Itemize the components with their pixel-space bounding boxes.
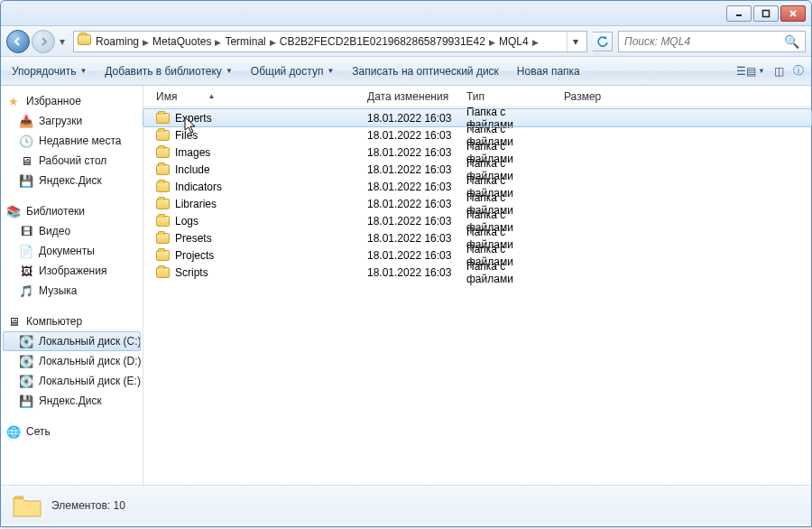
file-date: 18.01.2022 16:03 bbox=[362, 112, 461, 125]
folder-large-icon bbox=[12, 493, 41, 518]
file-date: 18.01.2022 16:03 bbox=[362, 129, 461, 142]
maximize-button[interactable] bbox=[753, 5, 779, 22]
col-date[interactable]: Дата изменения bbox=[362, 90, 461, 103]
disk-icon: 💽 bbox=[19, 374, 33, 388]
titlebar bbox=[1, 1, 811, 26]
desktop-icon: 🖥 bbox=[19, 153, 33, 168]
toolbar-right: ☰▤ ▼ ◫ ⓘ bbox=[736, 63, 804, 79]
svg-line-3 bbox=[790, 11, 796, 16]
sidebar-item-documents[interactable]: 📄Документы bbox=[3, 241, 141, 261]
disk-icon: 💽 bbox=[19, 334, 33, 348]
explorer-window: ▾ Roaming▶MetaQuotes▶Terminal▶CB2B2FECD2… bbox=[0, 0, 812, 527]
back-button[interactable] bbox=[6, 30, 30, 53]
file-name: Images bbox=[175, 146, 210, 159]
sidebar-item-music[interactable]: 🎵Музыка bbox=[3, 281, 141, 301]
favorites-group[interactable]: ★Избранное bbox=[3, 91, 141, 111]
breadcrumb-separator-icon: ▶ bbox=[139, 38, 152, 47]
folder-icon bbox=[156, 164, 170, 175]
file-name: Libraries bbox=[175, 198, 217, 210]
disk-icon: 💾 bbox=[19, 394, 33, 408]
file-date: 18.01.2022 16:03 bbox=[362, 266, 461, 279]
breadcrumb-separator-icon: ▶ bbox=[211, 38, 225, 47]
file-name: Projects bbox=[175, 249, 214, 262]
address-dropdown[interactable]: ▾ bbox=[567, 32, 583, 51]
address-bar[interactable]: Roaming▶MetaQuotes▶Terminal▶CB2B2FECD2B1… bbox=[73, 31, 587, 52]
navigation-row: ▾ Roaming▶MetaQuotes▶Terminal▶CB2B2FECD2… bbox=[1, 26, 811, 57]
sidebar-item-video[interactable]: 🎞Видео bbox=[3, 221, 141, 241]
file-date: 18.01.2022 16:03 bbox=[362, 181, 461, 193]
sidebar-item-pictures[interactable]: 🖼Изображения bbox=[3, 261, 141, 281]
help-button[interactable]: ⓘ bbox=[793, 63, 804, 79]
music-icon: 🎵 bbox=[19, 283, 33, 298]
folder-icon bbox=[156, 199, 170, 209]
preview-pane-button[interactable]: ◫ bbox=[774, 65, 784, 78]
sidebar-item-yadisk[interactable]: 💾Яндекс.Диск bbox=[3, 171, 141, 190]
search-box[interactable]: 🔍 bbox=[618, 31, 806, 52]
new-folder-button[interactable]: Новая папка bbox=[513, 63, 584, 79]
sidebar-item-disk-e[interactable]: 💽Локальный диск (E:) bbox=[3, 371, 141, 391]
folder-icon bbox=[156, 181, 170, 192]
breadcrumb-separator-icon: ▶ bbox=[266, 38, 280, 47]
main-area: ★Избранное 📥Загрузки 🕓Недавние места 🖥Ра… bbox=[1, 86, 811, 485]
network-group[interactable]: 🌐Сеть bbox=[3, 422, 141, 441]
breadcrumb-segment[interactable]: CB2B2FECD2B1E0219682865879931E42 bbox=[280, 35, 485, 48]
breadcrumb-segment[interactable]: Terminal bbox=[225, 35, 265, 48]
sidebar-item-downloads[interactable]: 📥Загрузки bbox=[3, 111, 141, 131]
network-icon: 🌐 bbox=[6, 424, 21, 439]
file-name: Indicators bbox=[175, 181, 222, 193]
file-date: 18.01.2022 16:03 bbox=[362, 249, 461, 262]
breadcrumb-segment[interactable]: MetaQuotes bbox=[152, 35, 211, 48]
sidebar-item-desktop[interactable]: 🖥Рабочий стол bbox=[3, 151, 141, 171]
file-date: 18.01.2022 16:03 bbox=[362, 198, 461, 210]
organize-menu[interactable]: Упорядочить▼ bbox=[8, 63, 90, 79]
close-button[interactable] bbox=[780, 5, 806, 22]
burn-button[interactable]: Записать на оптический диск bbox=[348, 63, 503, 79]
folder-icon bbox=[156, 113, 170, 124]
file-date: 18.01.2022 16:03 bbox=[362, 146, 461, 159]
folder-icon bbox=[156, 147, 170, 158]
file-row[interactable]: Scripts18.01.2022 16:03Папка с файлами bbox=[143, 264, 811, 281]
col-type[interactable]: Тип bbox=[461, 90, 558, 103]
file-name: Logs bbox=[175, 215, 198, 227]
forward-button[interactable] bbox=[32, 30, 55, 53]
refresh-button[interactable] bbox=[593, 32, 613, 51]
add-to-library-menu[interactable]: Добавить в библиотеку▼ bbox=[101, 63, 235, 79]
disk-icon: 💾 bbox=[19, 173, 33, 188]
file-name: Experts bbox=[175, 112, 212, 125]
share-menu[interactable]: Общий доступ▼ bbox=[247, 63, 338, 79]
breadcrumb-segment[interactable]: Roaming bbox=[96, 35, 139, 48]
file-name: Include bbox=[175, 163, 210, 176]
file-list: Имя▲ Дата изменения Тип Размер Experts18… bbox=[143, 86, 811, 485]
col-size[interactable]: Размер bbox=[558, 90, 622, 103]
column-headers: Имя▲ Дата изменения Тип Размер bbox=[143, 86, 811, 107]
folder-icon bbox=[156, 216, 170, 227]
search-icon: 🔍 bbox=[784, 34, 799, 49]
breadcrumb-separator-icon: ▶ bbox=[485, 38, 499, 47]
sidebar-item-disk-d[interactable]: 💽Локальный диск (D:) bbox=[3, 351, 141, 371]
computer-group[interactable]: 🖥Компьютер bbox=[3, 311, 141, 331]
sidebar-item-disk-c[interactable]: 💽Локальный диск (C:) bbox=[3, 331, 141, 351]
window-controls bbox=[726, 5, 806, 22]
minimize-button[interactable] bbox=[726, 5, 752, 22]
documents-icon: 📄 bbox=[19, 244, 33, 258]
library-icon: 📚 bbox=[6, 204, 21, 218]
pictures-icon: 🖼 bbox=[19, 264, 33, 278]
sidebar: ★Избранное 📥Загрузки 🕓Недавние места 🖥Ра… bbox=[1, 86, 143, 485]
disk-icon: 💽 bbox=[19, 354, 33, 368]
computer-icon: 🖥 bbox=[6, 314, 21, 329]
sidebar-item-recent[interactable]: 🕓Недавние места bbox=[3, 131, 141, 151]
col-name[interactable]: Имя▲ bbox=[151, 90, 362, 103]
downloads-icon: 📥 bbox=[19, 114, 33, 128]
libraries-group[interactable]: 📚Библиотеки bbox=[3, 201, 141, 221]
search-input[interactable] bbox=[624, 35, 779, 48]
folder-icon bbox=[156, 130, 170, 141]
breadcrumb-segment[interactable]: MQL4 bbox=[499, 35, 529, 48]
status-bar: Элементов: 10 bbox=[1, 485, 811, 524]
svg-line-2 bbox=[790, 11, 796, 16]
nav-arrows: ▾ bbox=[6, 30, 68, 53]
history-dropdown[interactable]: ▾ bbox=[57, 35, 68, 48]
svg-rect-1 bbox=[763, 10, 770, 16]
file-name: Files bbox=[175, 129, 198, 142]
sidebar-item-yadisk2[interactable]: 💾Яндекс.Диск bbox=[3, 391, 141, 411]
view-options-button[interactable]: ☰▤ ▼ bbox=[736, 65, 765, 78]
